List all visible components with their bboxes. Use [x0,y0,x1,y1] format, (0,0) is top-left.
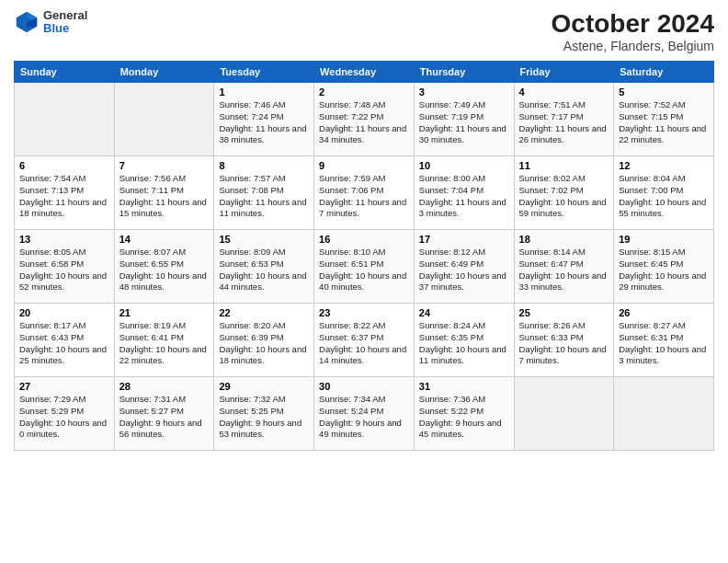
week-row-5: 27Sunrise: 7:29 AM Sunset: 5:29 PM Dayli… [15,377,714,451]
day-number: 16 [319,234,409,245]
day-info: Sunrise: 8:00 AM Sunset: 7:04 PM Dayligh… [419,173,509,220]
day-info: Sunrise: 8:20 AM Sunset: 6:39 PM Dayligh… [219,320,309,367]
week-row-3: 13Sunrise: 8:05 AM Sunset: 6:58 PM Dayli… [15,230,714,304]
day-number: 5 [619,86,709,98]
week-row-2: 6Sunrise: 7:54 AM Sunset: 7:13 PM Daylig… [15,156,714,230]
day-number: 24 [419,307,509,318]
day-number: 30 [319,381,409,392]
day-number: 25 [519,307,609,318]
logo-blue-text: Blue [43,22,87,35]
col-thursday: Thursday [414,62,514,83]
day-number: 23 [319,307,409,318]
day-number: 12 [619,160,709,171]
day-number: 6 [19,160,109,171]
day-info: Sunrise: 8:17 AM Sunset: 6:43 PM Dayligh… [19,320,109,367]
day-info: Sunrise: 7:59 AM Sunset: 7:06 PM Dayligh… [319,173,409,220]
day-cell: 26Sunrise: 8:27 AM Sunset: 6:31 PM Dayli… [614,304,714,377]
day-cell: 9Sunrise: 7:59 AM Sunset: 7:06 PM Daylig… [314,156,415,230]
day-cell: 20Sunrise: 8:17 AM Sunset: 6:43 PM Dayli… [15,304,115,377]
day-cell: 5Sunrise: 7:52 AM Sunset: 7:15 PM Daylig… [614,83,714,156]
day-cell: 8Sunrise: 7:57 AM Sunset: 7:08 PM Daylig… [214,156,314,230]
day-info: Sunrise: 8:22 AM Sunset: 6:37 PM Dayligh… [319,320,409,367]
day-cell [114,83,214,156]
col-sunday: Sunday [15,62,115,83]
day-cell: 30Sunrise: 7:34 AM Sunset: 5:24 PM Dayli… [314,377,415,451]
day-info: Sunrise: 8:05 AM Sunset: 6:58 PM Dayligh… [19,247,109,293]
day-cell: 28Sunrise: 7:31 AM Sunset: 5:27 PM Dayli… [114,377,214,451]
day-info: Sunrise: 7:46 AM Sunset: 7:24 PM Dayligh… [219,99,309,146]
day-cell: 22Sunrise: 8:20 AM Sunset: 6:39 PM Dayli… [214,304,314,377]
col-friday: Friday [514,62,614,83]
day-number: 14 [119,234,210,245]
title-block: October 2024 Astene, Flanders, Belgium [552,9,714,53]
day-cell: 11Sunrise: 8:02 AM Sunset: 7:02 PM Dayli… [514,156,614,230]
day-info: Sunrise: 7:51 AM Sunset: 7:17 PM Dayligh… [519,99,609,146]
day-info: Sunrise: 7:31 AM Sunset: 5:27 PM Dayligh… [119,394,210,441]
day-number: 20 [19,307,109,318]
day-number: 9 [319,160,409,171]
day-cell: 27Sunrise: 7:29 AM Sunset: 5:29 PM Dayli… [15,377,115,451]
day-cell: 6Sunrise: 7:54 AM Sunset: 7:13 PM Daylig… [15,156,115,230]
day-number: 4 [519,86,609,98]
day-info: Sunrise: 7:56 AM Sunset: 7:11 PM Dayligh… [119,173,210,220]
day-number: 1 [219,86,309,98]
day-cell: 14Sunrise: 8:07 AM Sunset: 6:55 PM Dayli… [114,230,214,304]
day-number: 21 [119,307,210,318]
day-number: 26 [619,307,709,318]
day-cell: 12Sunrise: 8:04 AM Sunset: 7:00 PM Dayli… [614,156,714,230]
location-title: Astene, Flanders, Belgium [552,39,714,53]
day-number: 3 [419,86,509,98]
page: General Blue October 2024 Astene, Flande… [0,0,728,563]
day-cell: 7Sunrise: 7:56 AM Sunset: 7:11 PM Daylig… [114,156,214,230]
day-info: Sunrise: 8:10 AM Sunset: 6:51 PM Dayligh… [319,247,409,293]
day-number: 22 [219,307,309,318]
header: General Blue October 2024 Astene, Flande… [14,9,714,53]
logo-text: General Blue [43,9,87,36]
col-tuesday: Tuesday [214,62,314,83]
day-info: Sunrise: 7:54 AM Sunset: 7:13 PM Dayligh… [19,173,109,220]
col-wednesday: Wednesday [314,62,415,83]
day-number: 15 [219,234,309,245]
day-info: Sunrise: 8:14 AM Sunset: 6:47 PM Dayligh… [519,247,609,293]
week-row-1: 1Sunrise: 7:46 AM Sunset: 7:24 PM Daylig… [15,83,714,156]
day-info: Sunrise: 7:48 AM Sunset: 7:22 PM Dayligh… [319,99,409,146]
day-info: Sunrise: 7:49 AM Sunset: 7:19 PM Dayligh… [419,99,509,146]
day-info: Sunrise: 8:27 AM Sunset: 6:31 PM Dayligh… [619,320,709,367]
day-number: 13 [19,234,109,245]
day-info: Sunrise: 7:57 AM Sunset: 7:08 PM Dayligh… [219,173,309,220]
day-info: Sunrise: 7:32 AM Sunset: 5:25 PM Dayligh… [219,394,309,441]
day-cell: 15Sunrise: 8:09 AM Sunset: 6:53 PM Dayli… [214,230,314,304]
day-cell: 16Sunrise: 8:10 AM Sunset: 6:51 PM Dayli… [314,230,415,304]
day-cell: 24Sunrise: 8:24 AM Sunset: 6:35 PM Dayli… [414,304,514,377]
week-row-4: 20Sunrise: 8:17 AM Sunset: 6:43 PM Dayli… [15,304,714,377]
month-title: October 2024 [552,9,714,39]
day-number: 8 [219,160,309,171]
day-cell: 23Sunrise: 8:22 AM Sunset: 6:37 PM Dayli… [314,304,415,377]
day-number: 7 [119,160,210,171]
logo-icon [14,9,40,35]
day-cell [514,377,614,451]
calendar-table: Sunday Monday Tuesday Wednesday Thursday… [14,61,714,451]
header-row: Sunday Monday Tuesday Wednesday Thursday… [15,62,714,83]
day-cell [614,377,714,451]
day-info: Sunrise: 8:04 AM Sunset: 7:00 PM Dayligh… [619,173,709,220]
day-number: 19 [619,234,709,245]
day-info: Sunrise: 8:24 AM Sunset: 6:35 PM Dayligh… [419,320,509,367]
day-info: Sunrise: 7:36 AM Sunset: 5:22 PM Dayligh… [419,394,509,441]
day-info: Sunrise: 8:26 AM Sunset: 6:33 PM Dayligh… [519,320,609,367]
day-number: 11 [519,160,609,171]
day-cell: 4Sunrise: 7:51 AM Sunset: 7:17 PM Daylig… [514,83,614,156]
day-info: Sunrise: 8:19 AM Sunset: 6:41 PM Dayligh… [119,320,210,367]
logo: General Blue [14,9,87,36]
day-cell: 13Sunrise: 8:05 AM Sunset: 6:58 PM Dayli… [15,230,115,304]
day-cell: 2Sunrise: 7:48 AM Sunset: 7:22 PM Daylig… [314,83,415,156]
logo-general-text: General [43,9,87,22]
day-cell: 21Sunrise: 8:19 AM Sunset: 6:41 PM Dayli… [114,304,214,377]
day-number: 10 [419,160,509,171]
day-cell: 19Sunrise: 8:15 AM Sunset: 6:45 PM Dayli… [614,230,714,304]
day-info: Sunrise: 8:09 AM Sunset: 6:53 PM Dayligh… [219,247,309,293]
day-number: 29 [219,381,309,392]
col-saturday: Saturday [614,62,714,83]
day-number: 28 [119,381,210,392]
day-info: Sunrise: 8:02 AM Sunset: 7:02 PM Dayligh… [519,173,609,220]
